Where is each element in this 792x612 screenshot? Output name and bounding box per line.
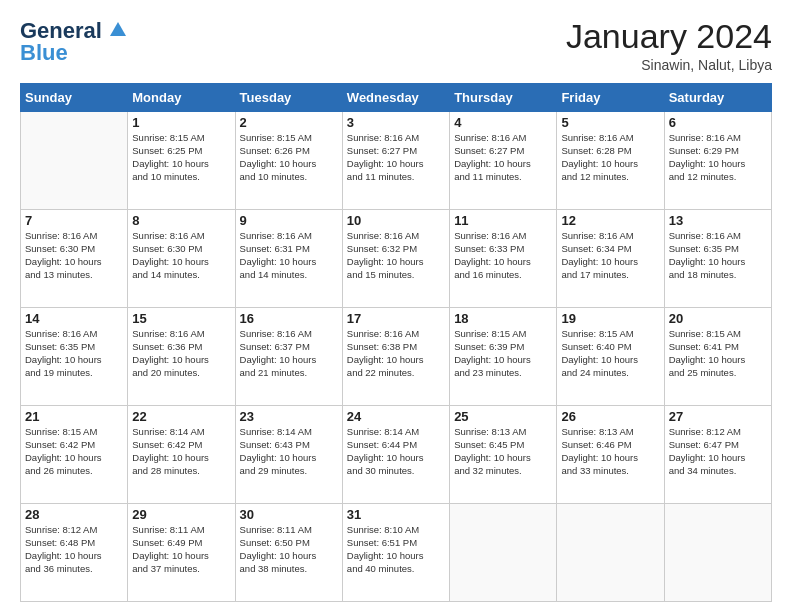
calendar-cell: 26Sunrise: 8:13 AM Sunset: 6:46 PM Dayli… (557, 406, 664, 504)
calendar-cell: 25Sunrise: 8:13 AM Sunset: 6:45 PM Dayli… (450, 406, 557, 504)
calendar-cell: 9Sunrise: 8:16 AM Sunset: 6:31 PM Daylig… (235, 210, 342, 308)
day-info: Sunrise: 8:16 AM Sunset: 6:31 PM Dayligh… (240, 230, 338, 281)
calendar-cell: 11Sunrise: 8:16 AM Sunset: 6:33 PM Dayli… (450, 210, 557, 308)
calendar-cell: 7Sunrise: 8:16 AM Sunset: 6:30 PM Daylig… (21, 210, 128, 308)
calendar-cell: 27Sunrise: 8:12 AM Sunset: 6:47 PM Dayli… (664, 406, 771, 504)
day-info: Sunrise: 8:16 AM Sunset: 6:38 PM Dayligh… (347, 328, 445, 379)
title-block: January 2024 Sinawin, Nalut, Libya (566, 18, 772, 73)
calendar-week-row: 14Sunrise: 8:16 AM Sunset: 6:35 PM Dayli… (21, 308, 772, 406)
calendar-cell: 15Sunrise: 8:16 AM Sunset: 6:36 PM Dayli… (128, 308, 235, 406)
day-info: Sunrise: 8:13 AM Sunset: 6:45 PM Dayligh… (454, 426, 552, 477)
day-info: Sunrise: 8:13 AM Sunset: 6:46 PM Dayligh… (561, 426, 659, 477)
day-info: Sunrise: 8:16 AM Sunset: 6:32 PM Dayligh… (347, 230, 445, 281)
calendar-cell: 18Sunrise: 8:15 AM Sunset: 6:39 PM Dayli… (450, 308, 557, 406)
header-monday: Monday (128, 84, 235, 112)
day-info: Sunrise: 8:14 AM Sunset: 6:43 PM Dayligh… (240, 426, 338, 477)
day-number: 15 (132, 311, 230, 326)
day-info: Sunrise: 8:16 AM Sunset: 6:27 PM Dayligh… (347, 132, 445, 183)
calendar-week-row: 7Sunrise: 8:16 AM Sunset: 6:30 PM Daylig… (21, 210, 772, 308)
day-info: Sunrise: 8:15 AM Sunset: 6:40 PM Dayligh… (561, 328, 659, 379)
day-number: 25 (454, 409, 552, 424)
calendar-cell: 8Sunrise: 8:16 AM Sunset: 6:30 PM Daylig… (128, 210, 235, 308)
day-number: 29 (132, 507, 230, 522)
day-info: Sunrise: 8:15 AM Sunset: 6:25 PM Dayligh… (132, 132, 230, 183)
calendar-cell (664, 504, 771, 602)
calendar-week-row: 1Sunrise: 8:15 AM Sunset: 6:25 PM Daylig… (21, 112, 772, 210)
calendar-cell: 22Sunrise: 8:14 AM Sunset: 6:42 PM Dayli… (128, 406, 235, 504)
day-info: Sunrise: 8:16 AM Sunset: 6:34 PM Dayligh… (561, 230, 659, 281)
calendar-cell: 31Sunrise: 8:10 AM Sunset: 6:51 PM Dayli… (342, 504, 449, 602)
day-info: Sunrise: 8:15 AM Sunset: 6:42 PM Dayligh… (25, 426, 123, 477)
day-number: 13 (669, 213, 767, 228)
subtitle: Sinawin, Nalut, Libya (566, 57, 772, 73)
calendar-cell: 14Sunrise: 8:16 AM Sunset: 6:35 PM Dayli… (21, 308, 128, 406)
day-info: Sunrise: 8:16 AM Sunset: 6:30 PM Dayligh… (132, 230, 230, 281)
calendar-cell: 1Sunrise: 8:15 AM Sunset: 6:25 PM Daylig… (128, 112, 235, 210)
day-number: 8 (132, 213, 230, 228)
day-number: 6 (669, 115, 767, 130)
day-number: 20 (669, 311, 767, 326)
day-info: Sunrise: 8:16 AM Sunset: 6:28 PM Dayligh… (561, 132, 659, 183)
day-info: Sunrise: 8:16 AM Sunset: 6:29 PM Dayligh… (669, 132, 767, 183)
day-number: 2 (240, 115, 338, 130)
calendar-cell: 6Sunrise: 8:16 AM Sunset: 6:29 PM Daylig… (664, 112, 771, 210)
day-info: Sunrise: 8:16 AM Sunset: 6:30 PM Dayligh… (25, 230, 123, 281)
header-friday: Friday (557, 84, 664, 112)
header-saturday: Saturday (664, 84, 771, 112)
day-info: Sunrise: 8:16 AM Sunset: 6:35 PM Dayligh… (25, 328, 123, 379)
day-info: Sunrise: 8:14 AM Sunset: 6:44 PM Dayligh… (347, 426, 445, 477)
day-number: 24 (347, 409, 445, 424)
day-info: Sunrise: 8:16 AM Sunset: 6:27 PM Dayligh… (454, 132, 552, 183)
day-info: Sunrise: 8:15 AM Sunset: 6:39 PM Dayligh… (454, 328, 552, 379)
calendar-cell: 17Sunrise: 8:16 AM Sunset: 6:38 PM Dayli… (342, 308, 449, 406)
day-info: Sunrise: 8:12 AM Sunset: 6:48 PM Dayligh… (25, 524, 123, 575)
header-thursday: Thursday (450, 84, 557, 112)
logo-blue: Blue (20, 40, 68, 66)
day-info: Sunrise: 8:12 AM Sunset: 6:47 PM Dayligh… (669, 426, 767, 477)
calendar-cell: 4Sunrise: 8:16 AM Sunset: 6:27 PM Daylig… (450, 112, 557, 210)
svg-marker-0 (110, 22, 126, 36)
calendar-cell (557, 504, 664, 602)
logo-icon (106, 18, 128, 40)
day-number: 12 (561, 213, 659, 228)
calendar-cell: 5Sunrise: 8:16 AM Sunset: 6:28 PM Daylig… (557, 112, 664, 210)
day-number: 11 (454, 213, 552, 228)
day-number: 30 (240, 507, 338, 522)
calendar-cell (450, 504, 557, 602)
day-info: Sunrise: 8:11 AM Sunset: 6:49 PM Dayligh… (132, 524, 230, 575)
calendar-cell: 23Sunrise: 8:14 AM Sunset: 6:43 PM Dayli… (235, 406, 342, 504)
calendar-header-row: Sunday Monday Tuesday Wednesday Thursday… (21, 84, 772, 112)
day-info: Sunrise: 8:15 AM Sunset: 6:41 PM Dayligh… (669, 328, 767, 379)
calendar-cell: 3Sunrise: 8:16 AM Sunset: 6:27 PM Daylig… (342, 112, 449, 210)
day-number: 19 (561, 311, 659, 326)
day-info: Sunrise: 8:10 AM Sunset: 6:51 PM Dayligh… (347, 524, 445, 575)
day-number: 5 (561, 115, 659, 130)
calendar-cell: 19Sunrise: 8:15 AM Sunset: 6:40 PM Dayli… (557, 308, 664, 406)
calendar-cell (21, 112, 128, 210)
calendar-cell: 21Sunrise: 8:15 AM Sunset: 6:42 PM Dayli… (21, 406, 128, 504)
day-number: 22 (132, 409, 230, 424)
calendar-cell: 28Sunrise: 8:12 AM Sunset: 6:48 PM Dayli… (21, 504, 128, 602)
day-number: 17 (347, 311, 445, 326)
day-number: 4 (454, 115, 552, 130)
day-number: 3 (347, 115, 445, 130)
day-number: 23 (240, 409, 338, 424)
day-info: Sunrise: 8:16 AM Sunset: 6:36 PM Dayligh… (132, 328, 230, 379)
calendar-cell: 10Sunrise: 8:16 AM Sunset: 6:32 PM Dayli… (342, 210, 449, 308)
calendar-cell: 2Sunrise: 8:15 AM Sunset: 6:26 PM Daylig… (235, 112, 342, 210)
day-number: 16 (240, 311, 338, 326)
day-number: 10 (347, 213, 445, 228)
calendar-cell: 24Sunrise: 8:14 AM Sunset: 6:44 PM Dayli… (342, 406, 449, 504)
header-sunday: Sunday (21, 84, 128, 112)
header-tuesday: Tuesday (235, 84, 342, 112)
day-number: 26 (561, 409, 659, 424)
calendar-cell: 13Sunrise: 8:16 AM Sunset: 6:35 PM Dayli… (664, 210, 771, 308)
day-info: Sunrise: 8:11 AM Sunset: 6:50 PM Dayligh… (240, 524, 338, 575)
day-number: 18 (454, 311, 552, 326)
calendar-cell: 12Sunrise: 8:16 AM Sunset: 6:34 PM Dayli… (557, 210, 664, 308)
day-number: 27 (669, 409, 767, 424)
calendar-cell: 29Sunrise: 8:11 AM Sunset: 6:49 PM Dayli… (128, 504, 235, 602)
calendar-table: Sunday Monday Tuesday Wednesday Thursday… (20, 83, 772, 602)
calendar-week-row: 21Sunrise: 8:15 AM Sunset: 6:42 PM Dayli… (21, 406, 772, 504)
day-number: 9 (240, 213, 338, 228)
